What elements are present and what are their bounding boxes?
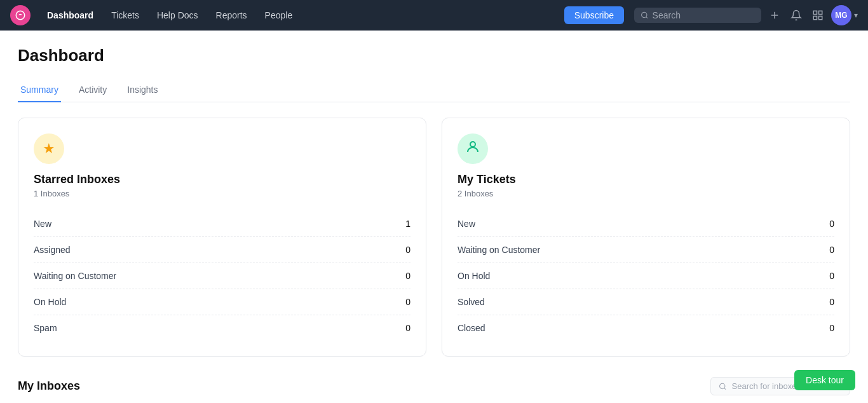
my-tickets-icon-wrap <box>458 133 488 164</box>
stat-value: 1 <box>405 219 410 229</box>
stat-label: Closed <box>458 323 485 333</box>
starred-inboxes-subtitle: 1 Inboxes <box>34 189 410 198</box>
stat-row: On Hold 0 <box>458 263 834 289</box>
my-inboxes-header: My Inboxes <box>18 377 850 395</box>
my-tickets-card: My Tickets 2 Inboxes New 0 Waiting on Cu… <box>442 118 850 357</box>
starred-stats: New 1 Assigned 0 Waiting on Customer 0 O… <box>34 211 410 341</box>
stat-value: 0 <box>405 323 410 333</box>
starred-inboxes-title: Starred Inboxes <box>34 173 410 186</box>
subscribe-button[interactable]: Subscribe <box>564 6 624 24</box>
my-inboxes-title: My Inboxes <box>18 379 80 393</box>
stat-label: On Hold <box>34 297 66 307</box>
svg-line-2 <box>646 17 648 18</box>
stat-row: Spam 0 <box>34 315 410 341</box>
stat-label: New <box>458 219 475 229</box>
person-icon <box>465 139 480 158</box>
avatar[interactable]: MG <box>831 5 851 25</box>
my-tickets-subtitle: 2 Inboxes <box>458 189 834 198</box>
user-menu[interactable]: MG ▾ <box>831 5 858 25</box>
svg-rect-7 <box>819 17 822 20</box>
stat-label: Spam <box>34 323 57 333</box>
stat-label: New <box>34 219 51 229</box>
stat-value: 0 <box>405 245 410 255</box>
tab-insights[interactable]: Insights <box>125 78 160 102</box>
nav-link-dashboard[interactable]: Dashboard <box>41 8 100 23</box>
svg-point-10 <box>720 383 725 388</box>
my-tickets-stats: New 0 Waiting on Customer 0 On Hold 0 So… <box>458 211 834 341</box>
svg-point-1 <box>642 12 647 17</box>
stat-row: Closed 0 <box>458 315 834 341</box>
stat-label: Waiting on Customer <box>458 245 540 255</box>
star-icon: ★ <box>43 140 55 157</box>
stat-label: Waiting on Customer <box>34 271 116 281</box>
page-title: Dashboard <box>18 46 850 65</box>
stat-label: Assigned <box>34 245 71 255</box>
nav-link-tickets[interactable]: Tickets <box>105 8 146 23</box>
search-bar[interactable] <box>634 8 761 23</box>
search-input[interactable] <box>653 10 755 20</box>
my-tickets-title: My Tickets <box>458 173 834 186</box>
stat-value: 0 <box>829 271 834 281</box>
stat-label: Solved <box>458 297 485 307</box>
stat-row: Solved 0 <box>458 289 834 315</box>
stat-row: Waiting on Customer 0 <box>458 237 834 263</box>
grid-button[interactable] <box>810 7 826 24</box>
starred-inboxes-card: ★ Starred Inboxes 1 Inboxes New 1 Assign… <box>18 118 426 357</box>
stat-value: 0 <box>405 271 410 281</box>
navbar: Dashboard Tickets Help Docs Reports Peop… <box>0 0 868 31</box>
starred-icon-wrap: ★ <box>34 133 64 164</box>
tab-summary[interactable]: Summary <box>18 78 61 102</box>
notifications-button[interactable] <box>788 7 804 24</box>
svg-rect-8 <box>813 17 817 20</box>
nav-link-reports[interactable]: Reports <box>210 8 254 23</box>
inboxes-search-icon <box>719 382 727 391</box>
add-button[interactable] <box>766 7 783 24</box>
svg-point-9 <box>470 142 475 147</box>
stat-value: 0 <box>829 219 834 229</box>
search-icon <box>641 11 649 20</box>
svg-rect-6 <box>819 11 822 14</box>
stat-value: 0 <box>405 297 410 307</box>
stat-row: Assigned 0 <box>34 237 410 263</box>
stat-label: On Hold <box>458 271 490 281</box>
chevron-down-icon: ▾ <box>854 11 858 20</box>
stat-row: New 0 <box>458 211 834 237</box>
stat-row: New 1 <box>34 211 410 237</box>
svg-rect-5 <box>813 11 817 14</box>
cards-row: ★ Starred Inboxes 1 Inboxes New 1 Assign… <box>18 118 850 357</box>
stat-row: On Hold 0 <box>34 289 410 315</box>
svg-line-11 <box>724 388 726 389</box>
nav-link-people[interactable]: People <box>259 8 299 23</box>
nav-link-help-docs[interactable]: Help Docs <box>151 8 205 23</box>
stat-value: 0 <box>829 245 834 255</box>
main-content: Dashboard Summary Activity Insights ★ St… <box>0 31 868 403</box>
stat-row: Waiting on Customer 0 <box>34 263 410 289</box>
desk-tour-button[interactable]: Desk tour <box>794 370 855 390</box>
stat-value: 0 <box>829 323 834 333</box>
app-logo[interactable] <box>10 5 31 25</box>
tabs-bar: Summary Activity Insights <box>18 78 850 102</box>
tab-activity[interactable]: Activity <box>76 78 109 102</box>
stat-value: 0 <box>829 297 834 307</box>
